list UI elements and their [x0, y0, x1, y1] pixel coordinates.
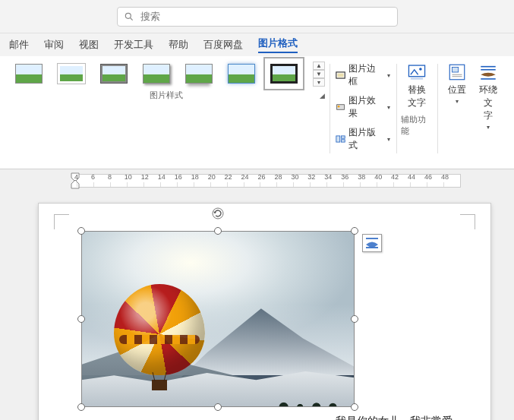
- gallery-down[interactable]: ▼: [313, 70, 325, 78]
- svg-point-21: [213, 208, 223, 219]
- resize-handle-tl[interactable]: [77, 227, 85, 235]
- titlebar: [0, 0, 514, 33]
- svg-point-0: [125, 13, 131, 18]
- chevron-down-icon: ▾: [487, 124, 490, 131]
- svg-point-10: [419, 68, 422, 71]
- search-input[interactable]: [140, 11, 391, 22]
- ruler-area: 4681012141618202224262830323436384042444…: [0, 169, 514, 188]
- style-thumb-1[interactable]: [12, 61, 46, 87]
- ribbon-tabs: 邮件 审阅 视图 开发工具 帮助 百度网盘 图片格式: [0, 33, 514, 56]
- position-icon: [447, 62, 467, 82]
- ruler-tick: 24: [244, 182, 260, 187]
- position-button[interactable]: 位置▾: [442, 61, 472, 132]
- layout-icon: [336, 134, 345, 144]
- selection-outline: [81, 231, 355, 407]
- alt-text-button[interactable]: 替换 文字: [402, 61, 432, 111]
- picture-border-button[interactable]: 图片边框▾: [336, 62, 390, 88]
- ruler-tick: 10: [127, 182, 143, 187]
- ruler-tick: 38: [360, 182, 377, 187]
- svg-rect-9: [408, 65, 424, 77]
- picture-layout-button[interactable]: 图片版式▾: [336, 126, 390, 152]
- tab-picture-format[interactable]: 图片格式: [258, 36, 298, 53]
- ruler-tick: 48: [443, 182, 460, 187]
- style-thumb-5[interactable]: [182, 61, 216, 87]
- ruler-tick: 22: [227, 182, 244, 187]
- resize-handle-r[interactable]: [351, 315, 358, 323]
- tab-mail[interactable]: 邮件: [9, 38, 29, 52]
- group-picture-adjust: 图片边框▾ 图片效果▾ 图片版式▾: [330, 61, 396, 167]
- group-picture-styles: ▲ ▼ ▾ 图片样式 ◢: [8, 61, 330, 167]
- resize-handle-t[interactable]: [214, 227, 222, 235]
- tab-help[interactable]: 帮助: [169, 38, 188, 52]
- ruler-tick: 28: [276, 182, 293, 187]
- tab-baidu[interactable]: 百度网盘: [203, 38, 243, 52]
- alt-text-icon: [407, 62, 427, 82]
- ruler-tick: 30: [293, 182, 310, 187]
- styles-dialog-launcher[interactable]: ◢: [320, 92, 325, 99]
- style-thumb-2[interactable]: [55, 61, 88, 87]
- ruler-tick: 34: [326, 182, 343, 187]
- margin-corner-tr: [460, 214, 475, 229]
- accessibility-group-label: 辅助功能: [401, 114, 433, 125]
- svg-rect-6: [336, 136, 340, 142]
- resize-handle-b[interactable]: [214, 403, 222, 411]
- rotate-handle[interactable]: [211, 207, 225, 220]
- margin-corner-tl: [54, 214, 69, 229]
- chevron-down-icon: ▾: [387, 136, 390, 143]
- tab-review[interactable]: 审阅: [44, 38, 64, 52]
- page[interactable]: 我是你的女儿。我非常爱 你，尊敬您！是你从无知的地方带我来到这个世界上。您让我过…: [38, 203, 491, 420]
- text-line-1: 我是你的女儿。我非常爱: [74, 410, 456, 420]
- layout-options-button[interactable]: [362, 234, 382, 252]
- resize-handle-tr[interactable]: [351, 227, 358, 235]
- document-area: 我是你的女儿。我非常爱 你，尊敬您！是你从无知的地方带我来到这个世界上。您让我过…: [0, 188, 514, 420]
- layout-options-icon: [365, 237, 379, 249]
- search-box[interactable]: [117, 7, 398, 27]
- ribbon: ▲ ▼ ▾ 图片样式 ◢ 图片边框▾ 图片效果▾ 图片版式▾: [0, 56, 514, 169]
- svg-rect-11: [411, 77, 423, 79]
- gallery-more[interactable]: ▾: [313, 78, 325, 87]
- style-thumb-6[interactable]: [225, 61, 258, 87]
- effects-icon: [336, 102, 345, 112]
- tab-dev[interactable]: 开发工具: [114, 38, 153, 52]
- style-thumb-4[interactable]: [140, 61, 173, 87]
- resize-handle-l[interactable]: [77, 315, 85, 323]
- ruler-tick: 26: [260, 182, 276, 187]
- ruler-tick: 12: [143, 182, 160, 187]
- wrap-icon: [478, 62, 498, 82]
- tab-view[interactable]: 视图: [79, 38, 99, 52]
- ruler-tick: 36: [343, 182, 360, 187]
- ruler-tick: 14: [160, 182, 177, 187]
- picture-effects-button[interactable]: 图片效果▾: [336, 94, 390, 120]
- ruler-tick: 8: [110, 182, 127, 187]
- gallery-up[interactable]: ▲: [313, 62, 325, 70]
- document-text[interactable]: 我是你的女儿。我非常爱 你，尊敬您！是你从无知的地方带我来到这个世界上。您让我过…: [74, 410, 456, 420]
- ruler-tick: 20: [210, 182, 227, 187]
- svg-rect-3: [337, 74, 343, 77]
- styles-gallery: ▲ ▼ ▾: [12, 61, 325, 87]
- ruler-tick: 4: [77, 182, 93, 187]
- svg-rect-13: [452, 68, 458, 73]
- group-arrange: 位置▾ 环绕文 字▾: [437, 61, 506, 167]
- chevron-down-icon: ▾: [387, 104, 390, 111]
- search-icon: [124, 11, 134, 22]
- resize-handle-bl[interactable]: [77, 403, 85, 411]
- chevron-down-icon: ▾: [456, 98, 459, 105]
- svg-line-1: [130, 17, 132, 20]
- ruler-tick: 44: [410, 182, 427, 187]
- style-thumb-3[interactable]: [97, 61, 131, 87]
- svg-rect-8: [341, 140, 345, 142]
- horizontal-ruler[interactable]: 4681012141618202224262830323436384042444…: [76, 174, 461, 188]
- gallery-scroll: ▲ ▼ ▾: [313, 62, 325, 87]
- ruler-tick: 32: [310, 182, 326, 187]
- group-accessibility: 替换 文字 辅助功能: [396, 61, 437, 167]
- styles-group-label: 图片样式: [12, 90, 320, 100]
- svg-rect-7: [341, 136, 345, 138]
- style-thumb-7[interactable]: [267, 61, 301, 87]
- ruler-tick: 40: [377, 182, 393, 187]
- ruler-tick: 6: [93, 182, 110, 187]
- svg-point-5: [338, 106, 340, 108]
- wrap-text-button[interactable]: 环绕文 字▾: [472, 61, 505, 132]
- resize-handle-br[interactable]: [351, 403, 358, 411]
- ruler-tick: 18: [194, 182, 210, 187]
- selected-picture[interactable]: [81, 231, 355, 407]
